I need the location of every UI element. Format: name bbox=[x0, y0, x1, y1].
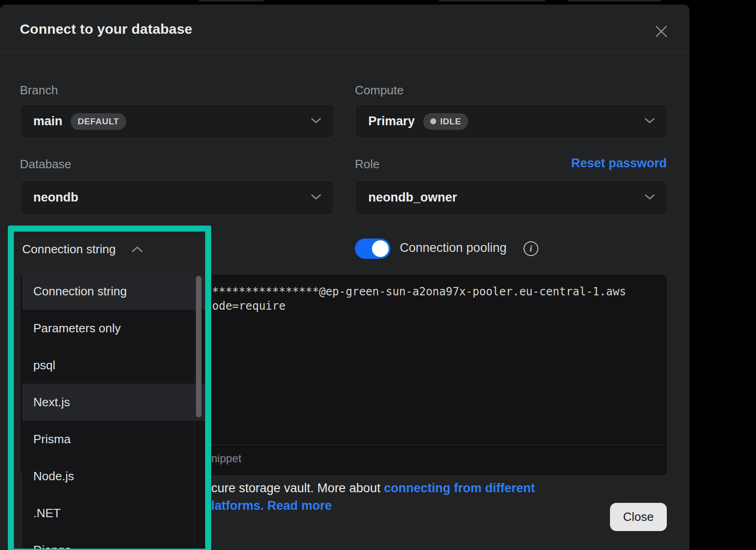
default-badge: DEFAULT bbox=[71, 113, 126, 130]
copy-snippet-button[interactable]: nippet bbox=[211, 452, 241, 465]
link-connecting-platforms[interactable]: connecting from different bbox=[384, 481, 535, 495]
info-icon[interactable]: i bbox=[524, 241, 538, 256]
option-django[interactable]: Django bbox=[22, 532, 206, 549]
footer-note-text: cure storage vault. More about bbox=[211, 481, 384, 495]
listbox-scrollbar bbox=[194, 273, 202, 549]
screen: Connect to your database Branch main DEF… bbox=[0, 0, 756, 550]
option-nodejs[interactable]: Node.js bbox=[22, 458, 206, 495]
page-title: Connect to your database bbox=[20, 21, 192, 37]
branch-value: main bbox=[33, 114, 62, 128]
close-icon[interactable] bbox=[651, 21, 671, 42]
option-dotnet[interactable]: .NET bbox=[22, 495, 206, 532]
code-line-1: ****************@ep-green-sun-a2ona97x-p… bbox=[212, 285, 626, 298]
link-connecting-platforms-cont[interactable]: latforms. bbox=[211, 499, 268, 513]
top-edge-remnant bbox=[439, 0, 545, 1]
option-connection-string[interactable]: Connection string bbox=[22, 273, 206, 310]
database-select[interactable]: neondb bbox=[20, 180, 334, 215]
link-read-more[interactable]: Read more bbox=[268, 499, 332, 513]
compute-select[interactable]: Primary IDLE bbox=[355, 104, 668, 139]
toggle-knob bbox=[372, 240, 389, 257]
reset-password-link[interactable]: Reset password bbox=[571, 156, 667, 171]
option-prisma[interactable]: Prisma bbox=[22, 421, 206, 458]
listbox-scrollbar-thumb[interactable] bbox=[196, 276, 201, 417]
connection-pooling-toggle[interactable] bbox=[355, 238, 390, 259]
option-psql[interactable]: psql bbox=[22, 347, 206, 384]
compute-label: Compute bbox=[355, 83, 404, 98]
role-label: Role bbox=[355, 157, 379, 171]
chevron-down-icon bbox=[644, 117, 655, 126]
connect-database-modal: Connect to your database Branch main DEF… bbox=[0, 5, 689, 550]
idle-badge: IDLE bbox=[423, 113, 468, 130]
idle-badge-label: IDLE bbox=[440, 116, 461, 127]
modal-header: Connect to your database bbox=[0, 5, 689, 52]
chevron-down-icon bbox=[644, 194, 655, 202]
close-button[interactable]: Close bbox=[610, 503, 667, 531]
option-nextjs[interactable]: Next.js bbox=[22, 384, 206, 421]
connection-string-section-label: Connection string bbox=[22, 242, 116, 257]
connection-string-section-toggle[interactable]: Connection string bbox=[22, 242, 143, 257]
top-edge-remnant bbox=[568, 0, 661, 1]
connection-pooling-label: Connection pooling bbox=[400, 241, 506, 255]
compute-value: Primary bbox=[368, 114, 415, 128]
chevron-up-icon bbox=[131, 246, 143, 253]
branch-select[interactable]: main DEFAULT bbox=[20, 104, 334, 139]
code-line-2: ode=require bbox=[212, 299, 286, 312]
connection-string-text: ****************@ep-green-sun-a2ona97x-p… bbox=[212, 285, 626, 313]
role-value: neondb_owner bbox=[368, 190, 457, 205]
option-parameters-only[interactable]: Parameters only bbox=[22, 310, 206, 347]
chevron-down-icon bbox=[311, 194, 322, 202]
database-label: Database bbox=[20, 157, 71, 171]
footer-note-line2: latforms. Read more bbox=[211, 499, 332, 513]
role-select[interactable]: neondb_owner bbox=[355, 180, 668, 215]
database-value: neondb bbox=[33, 190, 78, 205]
idle-dot-icon bbox=[430, 118, 436, 124]
branch-label: Branch bbox=[20, 83, 58, 98]
footer-note-line1: cure storage vault. More about connectin… bbox=[211, 481, 535, 495]
top-edge-remnant bbox=[199, 0, 263, 1]
connection-type-listbox: Connection string Parameters only psql N… bbox=[22, 273, 206, 549]
chevron-down-icon bbox=[311, 117, 322, 126]
